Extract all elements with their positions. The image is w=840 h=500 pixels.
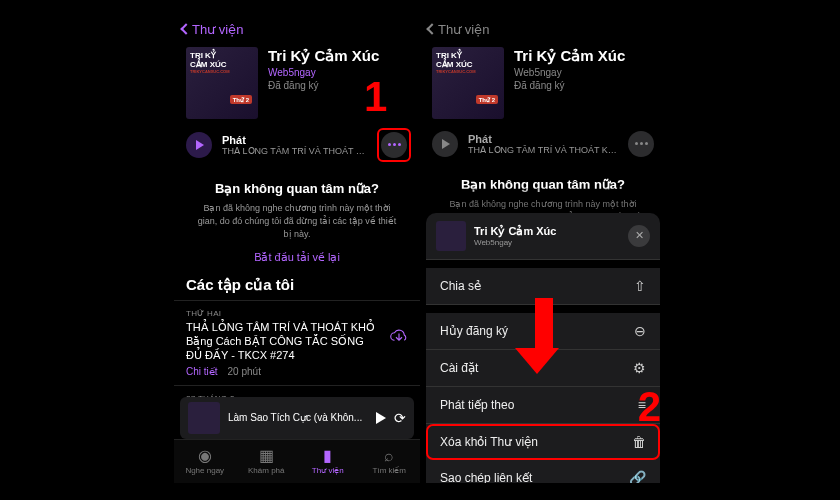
play-circle-icon: ◉ <box>198 448 212 464</box>
episode-item[interactable]: THỨ HAI THẢ LỎNG TÂM TRÍ VÀ THOÁT KHỎ Bằ… <box>174 300 420 385</box>
resume-download-link[interactable]: Bắt đầu tải về lại <box>194 251 400 264</box>
nav-back[interactable]: Thư viện <box>174 18 420 41</box>
tab-bar: ◉ Nghe ngay ▦ Khám phá ▮ Thư viện ⌕ Tìm … <box>174 439 420 483</box>
mini-title: Làm Sao Tích Cực (và Khôn... <box>228 412 368 423</box>
link-icon: 🔗 <box>629 470 646 483</box>
back-label: Thư viện <box>438 22 489 37</box>
gear-icon: ⚙ <box>633 360 646 376</box>
sheet-settings[interactable]: Cài đặt ⚙ <box>426 350 660 387</box>
podcast-title: Tri Kỷ Cảm Xúc <box>514 47 654 65</box>
podcast-cover[interactable]: TRI KỶ CẢM XÚC Thứ 2 TRIKYCANXUC.COM <box>186 47 258 119</box>
mini-player[interactable]: Làm Sao Tích Cực (và Khôn... ⟳ <box>180 397 414 439</box>
download-icon[interactable] <box>390 328 408 345</box>
share-icon: ⇧ <box>634 278 646 294</box>
phone-screen-1: Thư viện TRI KỶ CẢM XÚC Thứ 2 TRIKYCANXU… <box>174 18 420 483</box>
search-icon: ⌕ <box>384 448 394 464</box>
mini-forward-icon[interactable]: ⟳ <box>394 410 406 426</box>
more-button <box>628 131 654 157</box>
podcast-title: Tri Kỷ Cảm Xúc <box>268 47 408 65</box>
minus-circle-icon: ⊖ <box>634 323 646 339</box>
notice-body: Bạn đã không nghe chương trình này một t… <box>194 202 400 241</box>
tab-search[interactable]: ⌕ Tìm kiếm <box>359 440 421 483</box>
sheet-copy-link[interactable]: Sao chép liên kết 🔗 <box>426 460 660 483</box>
subscribed-status: Đã đăng ký <box>268 80 408 91</box>
sheet-unsubscribe[interactable]: Hủy đăng ký ⊖ <box>426 313 660 350</box>
chevron-left-icon <box>426 23 437 34</box>
nav-back[interactable]: Thư viện <box>420 18 666 41</box>
sheet-cover <box>436 221 466 251</box>
phone-screen-2: Thư viện TRI KỶ CẢM XÚC Thứ 2 TRIKYCANXU… <box>420 18 666 483</box>
my-episodes-heading: Các tập của tôi <box>174 276 420 300</box>
subscribed-status: Đã đăng ký <box>514 80 654 91</box>
podcast-author: Web5ngay <box>514 67 654 78</box>
chevron-left-icon <box>180 23 191 34</box>
play-label: Phát <box>222 134 370 146</box>
play-icon <box>196 140 204 150</box>
sheet-remove-library[interactable]: Xóa khỏi Thư viện 🗑 <box>426 424 660 460</box>
mini-cover <box>188 402 220 434</box>
play-button <box>432 131 458 157</box>
sheet-share[interactable]: Chia sẻ ⇧ <box>426 268 660 305</box>
podcast-author[interactable]: Web5ngay <box>268 67 408 78</box>
tab-library[interactable]: ▮ Thư viện <box>297 440 359 483</box>
play-icon <box>442 139 450 149</box>
mini-play-icon[interactable] <box>376 412 386 424</box>
back-label: Thư viện <box>192 22 243 37</box>
trash-icon: 🗑 <box>632 434 646 450</box>
play-button[interactable] <box>186 132 212 158</box>
grid-icon: ▦ <box>259 448 274 464</box>
queue-icon: ≡ <box>638 397 646 413</box>
library-icon: ▮ <box>323 448 332 464</box>
close-icon: ✕ <box>635 229 644 242</box>
tab-discover[interactable]: ▦ Khám phá <box>236 440 298 483</box>
more-button[interactable] <box>381 132 407 158</box>
tab-listen[interactable]: ◉ Nghe ngay <box>174 440 236 483</box>
action-sheet: Tri Kỷ Cảm Xúc Web5ngay ✕ Chia sẻ ⇧ Hủy … <box>426 213 660 483</box>
sheet-play-next[interactable]: Phát tiếp theo ≡ <box>426 387 660 424</box>
close-button[interactable]: ✕ <box>628 225 650 247</box>
detail-link[interactable]: Chi tiết <box>186 366 218 377</box>
play-track-title: THẢ LỎNG TÂM TRÍ VÀ THOÁT KHỎ BẰ... <box>222 146 370 156</box>
notice-heading: Bạn không quan tâm nữa? <box>194 181 400 196</box>
podcast-cover: TRI KỶ CẢM XÚC Thứ 2 TRIKYCANXUC.COM <box>432 47 504 119</box>
